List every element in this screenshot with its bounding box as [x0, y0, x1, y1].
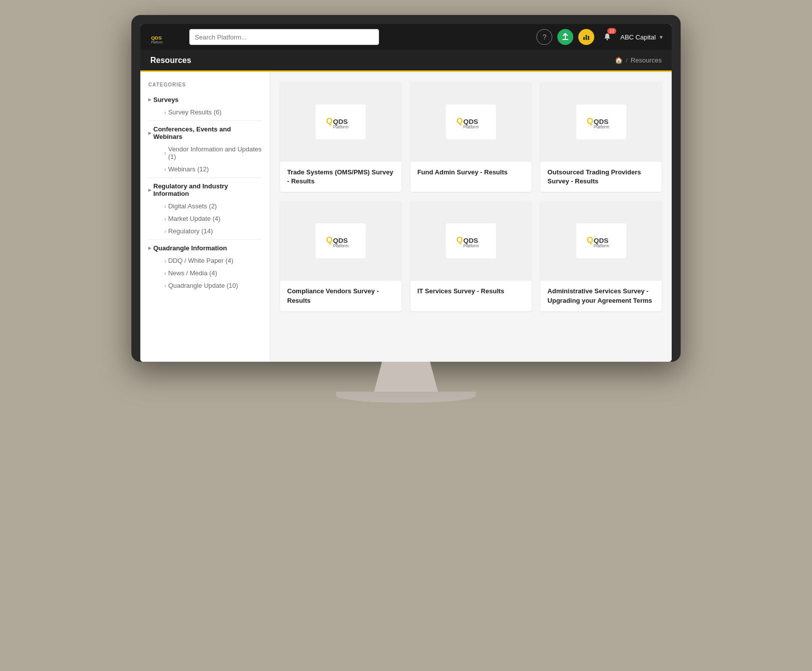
sidebar: CATEGORIES ▸ Surveys › Survey Results (6…	[140, 72, 270, 362]
upload-button[interactable]	[557, 29, 573, 45]
upload-icon	[561, 33, 569, 41]
card-title-1: Trade Systems (OMS/PMS) Survey - Results	[280, 162, 402, 192]
card-logo-5: Q QDS Platform	[446, 223, 496, 258]
breadcrumb-separator: /	[626, 56, 628, 64]
arrow-icon: ›	[164, 258, 166, 264]
arrow-icon: ›	[164, 283, 166, 289]
card-title-6: Administrative Services Survey - Upgradi…	[540, 281, 662, 311]
svg-text:Platform: Platform	[593, 124, 609, 129]
bell-button[interactable]: 22	[599, 29, 615, 45]
resource-card-1[interactable]: Q QDS Platform Trade Systems (OMS/PMS) S…	[280, 82, 402, 192]
sidebar-item-label: DDQ / White Paper (4)	[168, 257, 234, 264]
card-logo-6: Q QDS Platform	[576, 223, 626, 258]
arrow-icon: ▸	[148, 130, 151, 136]
svg-text:Platform: Platform	[333, 243, 349, 248]
arrow-icon: ›	[164, 166, 166, 172]
svg-text:Q: Q	[456, 235, 463, 245]
svg-point-6	[607, 39, 608, 40]
sidebar-item-label: Regulatory and Industry Information	[153, 182, 262, 197]
user-area[interactable]: ABC Capital ▼	[620, 33, 664, 41]
resource-card-3[interactable]: Q QDS Platform Outsourced Trading Provid…	[540, 82, 662, 192]
svg-text:Platform: Platform	[593, 243, 609, 248]
svg-text:Q: Q	[456, 116, 463, 126]
qds-logo-svg: Q QDS Platform	[451, 231, 491, 250]
sidebar-item-regulatory[interactable]: ▸ Regulatory and Industry Information	[148, 180, 262, 200]
chart-button[interactable]	[578, 29, 594, 45]
sidebar-item-label: News / Media (4)	[168, 269, 217, 277]
sidebar-item-label: Digital Assets (2)	[168, 202, 217, 210]
resource-card-5[interactable]: Q QDS Platform IT Services Survey - Resu…	[410, 201, 532, 311]
qds-logo-svg: Q QDS Platform	[321, 231, 361, 250]
topbar-right: ?	[536, 29, 664, 45]
card-thumbnail-3: Q QDS Platform	[540, 82, 662, 162]
sidebar-item-survey-results[interactable]: › Survey Results (6)	[148, 106, 262, 118]
sidebar-item-label: Quadrangle Update (10)	[168, 282, 238, 289]
sidebar-item-label: Webinars (12)	[168, 165, 209, 173]
arrow-icon: ›	[164, 203, 166, 209]
main-content: CATEGORIES ▸ Surveys › Survey Results (6…	[140, 72, 672, 362]
chevron-down-icon: ▼	[659, 34, 664, 40]
sidebar-item-ddq[interactable]: › DDQ / White Paper (4)	[148, 254, 262, 267]
resource-card-2[interactable]: Q QDS Platform Fund Admin Survey - Resul…	[410, 82, 532, 192]
arrow-icon: ▸	[148, 96, 151, 103]
resources-area: Q QDS Platform Trade Systems (OMS/PMS) S…	[270, 72, 672, 362]
arrow-icon: ›	[164, 228, 166, 234]
card-title-5: IT Services Survey - Results	[410, 281, 532, 302]
card-logo-4: Q QDS Platform	[316, 223, 366, 258]
svg-text:Platform: Platform	[463, 124, 479, 129]
svg-rect-3	[583, 37, 585, 40]
topbar: QDS Platform ?	[140, 24, 672, 50]
svg-text:Platform: Platform	[151, 40, 162, 44]
sidebar-item-webinars[interactable]: › Webinars (12)	[148, 163, 262, 175]
logo-area: QDS Platform	[148, 28, 183, 46]
card-thumbnail-5: Q QDS Platform	[410, 201, 532, 281]
card-thumbnail-4: Q QDS Platform	[280, 201, 402, 281]
app-logo: QDS Platform	[148, 28, 166, 46]
breadcrumb: 🏠 / Resources	[615, 56, 662, 64]
arrow-icon: ▸	[148, 245, 151, 251]
sidebar-categories-label: CATEGORIES	[148, 82, 262, 87]
notification-badge: 22	[607, 28, 616, 34]
card-title-2: Fund Admin Survey - Results	[410, 162, 532, 183]
card-thumbnail-1: Q QDS Platform	[280, 82, 402, 162]
svg-rect-5	[588, 36, 589, 40]
resource-card-6[interactable]: Q QDS Platform Administrative Services S…	[540, 201, 662, 311]
sidebar-item-quadrangle-update[interactable]: › Quadrangle Update (10)	[148, 279, 262, 292]
sidebar-item-label: Market Update (4)	[168, 215, 221, 222]
sidebar-item-label: Survey Results (6)	[168, 108, 222, 116]
svg-rect-4	[586, 35, 587, 40]
card-thumbnail-6: Q QDS Platform	[540, 201, 662, 281]
qds-logo-svg: Q QDS Platform	[451, 112, 491, 131]
bell-icon	[603, 33, 611, 41]
arrow-icon: ›	[164, 270, 166, 276]
breadcrumb-home-icon[interactable]: 🏠	[615, 56, 623, 64]
card-title-3: Outsourced Trading Providers Survey - Re…	[540, 162, 662, 192]
svg-text:Platform: Platform	[333, 124, 349, 129]
svg-text:Platform: Platform	[463, 243, 479, 248]
svg-text:Q: Q	[326, 235, 333, 245]
arrow-icon: ▸	[148, 187, 151, 193]
search-input[interactable]	[189, 29, 379, 45]
sidebar-item-market-update[interactable]: › Market Update (4)	[148, 212, 262, 225]
sidebar-item-vendor-info[interactable]: › Vendor Information and Updates (1)	[148, 143, 262, 163]
resource-card-4[interactable]: Q QDS Platform Compliance Vendors Survey…	[280, 201, 402, 311]
sidebar-item-digital-assets[interactable]: › Digital Assets (2)	[148, 200, 262, 212]
sidebar-item-label: Vendor Information and Updates (1)	[168, 145, 262, 160]
qds-logo-svg: Q QDS Platform	[321, 112, 361, 131]
sidebar-item-conferences[interactable]: ▸ Conferences, Events and Webinars	[148, 123, 262, 143]
monitor-stand-neck	[366, 362, 446, 392]
svg-text:Q: Q	[326, 116, 333, 126]
resource-grid: Q QDS Platform Trade Systems (OMS/PMS) S…	[280, 82, 662, 311]
search-bar[interactable]	[189, 29, 379, 45]
help-button[interactable]: ?	[536, 29, 552, 45]
monitor-frame: QDS Platform ?	[131, 15, 681, 362]
sidebar-item-label: Quadrangle Information	[153, 244, 227, 252]
card-logo-3: Q QDS Platform	[576, 104, 626, 139]
sidebar-item-news-media[interactable]: › News / Media (4)	[148, 267, 262, 279]
card-thumbnail-2: Q QDS Platform	[410, 82, 532, 162]
sidebar-item-quadrangle[interactable]: ▸ Quadrangle Information	[148, 242, 262, 254]
page-header: Resources 🏠 / Resources	[140, 50, 672, 72]
sidebar-item-surveys[interactable]: ▸ Surveys	[148, 93, 262, 106]
chart-icon	[582, 33, 590, 41]
sidebar-item-regulatory-sub[interactable]: › Regulatory (14)	[148, 225, 262, 237]
